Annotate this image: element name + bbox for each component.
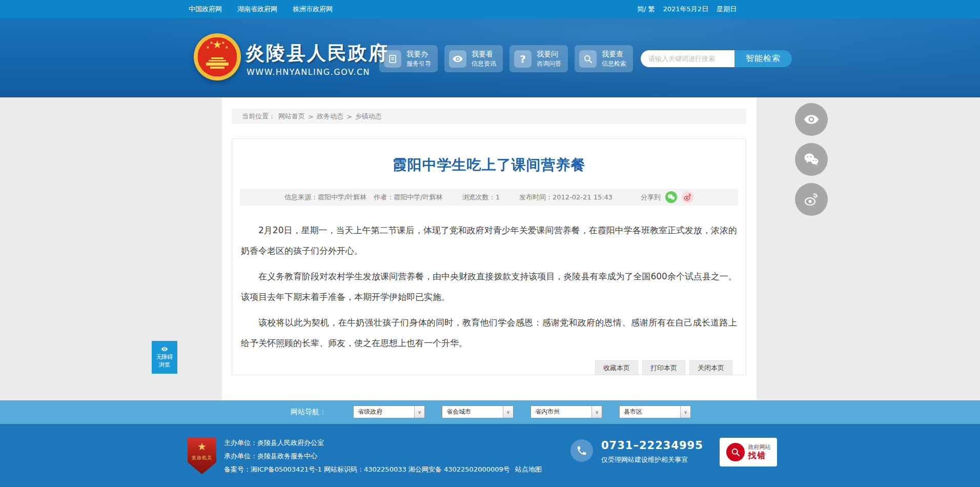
document-icon bbox=[384, 50, 401, 68]
article-body: 2月20日，星期一，当天上午第二节课后，体现了党和政府对青少年关爱课间营养餐，在… bbox=[241, 220, 737, 358]
topbar-link-zhuzhou-gov[interactable]: 株洲市政府网 bbox=[293, 5, 333, 14]
emblem-star: ★ bbox=[213, 39, 222, 50]
sitenav-select-prefectures[interactable]: 省内市州 ∨ bbox=[530, 405, 602, 418]
meta-source-value: 霞阳中学/叶辉林 bbox=[318, 193, 366, 202]
quick-button-subtitle: 信息检索 bbox=[602, 60, 626, 68]
close-page-button[interactable]: 关闭本页 bbox=[689, 360, 732, 375]
lang-switch[interactable]: 简/ 繁 bbox=[637, 5, 655, 14]
article-meta-bar: 信息来源：霞阳中学/叶辉林 作者：霞阳中学/叶辉林 浏览次数：1 发布时间：20… bbox=[240, 189, 738, 206]
quick-button-subtitle: 信息资讯 bbox=[472, 60, 496, 68]
footer-icp-line: 备案号：湘ICP备05003421号-1 网站标识码：4302250033 湘公… bbox=[224, 463, 542, 476]
meta-author-value: 霞阳中学/叶辉林 bbox=[394, 193, 442, 202]
footer: ★ 党政机关 主办单位：炎陵县人民政府办公室 承办单位：炎陵县政务服务中心 备案… bbox=[0, 424, 980, 487]
select-value: 省级政府 bbox=[358, 408, 382, 416]
quick-button-subtitle: 服务引导 bbox=[406, 60, 431, 68]
quick-button-service-guide[interactable]: 我要办 服务引导 bbox=[379, 45, 438, 72]
site-url: WWW.HNYANLING.GOV.CN bbox=[247, 67, 370, 77]
organizer-value: 炎陵县人民政府办公室 bbox=[257, 439, 324, 447]
phone-note: 仅受理网站建设维护相关事宜 bbox=[601, 455, 703, 464]
quick-button-title: 我要办 bbox=[406, 50, 431, 59]
question-icon: ? bbox=[514, 50, 532, 68]
article-title: 霞阳中学生吃上了课间营养餐 bbox=[232, 155, 746, 175]
icp-value: 湘ICP备05003421号-1 网站标识码：4302250033 湘公网安备 … bbox=[251, 465, 510, 473]
breadcrumb-separator: > bbox=[308, 113, 314, 120]
current-date: 2021年5月2日 bbox=[663, 5, 709, 14]
accessibility-label-line1: 无障碍 bbox=[156, 354, 173, 361]
article-paragraph: 2月20日，星期一，当天上午第二节课后，体现了党和政府对青少年关爱课间营养餐，在… bbox=[241, 220, 737, 261]
quick-button-consult[interactable]: ? 我要问 咨询问答 bbox=[509, 45, 568, 72]
article-actions: 收藏本页 打印本页 关闭本页 bbox=[595, 360, 732, 375]
breadcrumb-label: 当前位置： bbox=[242, 112, 275, 121]
badge-label: 党政机关 bbox=[192, 455, 212, 461]
website-error-report-badge[interactable]: 政府网站 找错 bbox=[720, 438, 777, 466]
topbar-right: 简/ 繁 2021年5月2日 星期日 bbox=[637, 0, 737, 18]
chevron-down-icon: ∨ bbox=[503, 406, 513, 418]
badge-star-icon: ★ bbox=[197, 441, 207, 452]
breadcrumb-separator: > bbox=[346, 113, 352, 120]
organizer-label: 主办单位： bbox=[224, 439, 257, 447]
undertaker-label: 承办单位： bbox=[224, 452, 257, 460]
national-emblem-logo: ★ ★ ★ ★ ★ bbox=[194, 33, 241, 80]
share-weibo-icon[interactable] bbox=[682, 191, 693, 203]
share-label: 分享到 bbox=[641, 193, 661, 202]
article-paragraph: 该校将以此为契机，在牛奶强壮孩子们身体的同时，教育他们学会感恩：感谢党和政府的恩… bbox=[241, 312, 737, 353]
meta-source-label: 信息来源： bbox=[284, 193, 318, 202]
topbar-link-china-gov[interactable]: 中国政府网 bbox=[189, 5, 222, 14]
quick-button-search-info[interactable]: 我要查 信息检索 bbox=[575, 45, 633, 72]
quick-button-information[interactable]: 我要看 信息资讯 bbox=[444, 45, 503, 72]
sitenav-select-provincial-gov[interactable]: 省级政府 ∨ bbox=[353, 405, 425, 418]
select-value: 省内市州 bbox=[535, 408, 560, 416]
breadcrumb-news-link[interactable]: 政务动态 bbox=[317, 112, 343, 121]
print-page-button[interactable]: 打印本页 bbox=[642, 360, 685, 375]
meta-views-value: 1 bbox=[496, 193, 500, 201]
wechat-icon[interactable] bbox=[795, 143, 828, 176]
weibo-icon[interactable] bbox=[795, 183, 828, 216]
footer-info: 主办单位：炎陵县人民政府办公室 承办单位：炎陵县政务服务中心 备案号：湘ICP备… bbox=[224, 436, 542, 476]
meta-time-label: 发布时间： bbox=[519, 193, 553, 202]
footer-organizer-line: 主办单位：炎陵县人民政府办公室 bbox=[224, 436, 542, 450]
search-input[interactable] bbox=[641, 50, 734, 67]
sitenav-select-counties[interactable]: 县市区 ∨ bbox=[619, 405, 691, 418]
accessibility-label-line2: 浏览 bbox=[159, 361, 170, 369]
topbar-links: 中国政府网 湖南省政府网 株洲市政府网 bbox=[189, 0, 333, 18]
quick-button-subtitle: 咨询问答 bbox=[537, 60, 561, 68]
topbar: 中国政府网 湖南省政府网 株洲市政府网 简/ 繁 2021年5月2日 星期日 bbox=[0, 0, 980, 18]
eye-icon[interactable] bbox=[795, 103, 828, 136]
chevron-down-icon: ∨ bbox=[414, 406, 424, 418]
eye-icon bbox=[160, 346, 169, 353]
chevron-down-icon: ∨ bbox=[591, 406, 602, 418]
emblem-gate bbox=[206, 57, 229, 70]
topbar-link-hunan-gov[interactable]: 湖南省政府网 bbox=[237, 5, 277, 14]
icp-label: 备案号： bbox=[224, 465, 251, 473]
footer-undertaker-line: 承办单位：炎陵县政务服务中心 bbox=[224, 450, 542, 463]
meta-views-label: 浏览次数： bbox=[462, 193, 496, 202]
error-report-magnifier-icon bbox=[726, 443, 745, 461]
floating-toolbar bbox=[795, 103, 828, 223]
sitenav-band: 网站导航： 省级政府 ∨ 省会城市 ∨ 省内市州 ∨ 县市区 ∨ bbox=[0, 400, 980, 424]
smart-search-button[interactable]: 智能检索 bbox=[734, 50, 792, 67]
breadcrumb-township-link[interactable]: 乡镇动态 bbox=[355, 112, 382, 121]
article-paragraph: 在义务教育阶段对农村学生发放课间营养餐，由中央财政直接拨款支持该项目，炎陵县有幸… bbox=[241, 266, 737, 307]
eye-icon bbox=[449, 50, 466, 68]
meta-time-value: 2012-02-21 15:43 bbox=[553, 193, 612, 201]
sitenav-label: 网站导航： bbox=[291, 400, 326, 424]
sitemap-link[interactable]: 站点地图 bbox=[515, 465, 542, 473]
accessibility-browse-button[interactable]: 无障碍 浏览 bbox=[152, 341, 177, 374]
chevron-down-icon: ∨ bbox=[680, 406, 690, 418]
select-value: 省会城市 bbox=[446, 408, 471, 416]
quick-button-title: 我要看 bbox=[472, 50, 496, 59]
site-header: ★ ★ ★ ★ ★ 炎陵县人民政府 WWW.HNYANLING.GOV.CN 我… bbox=[0, 18, 980, 97]
article-panel: 霞阳中学生吃上了课间营养餐 信息来源：霞阳中学/叶辉林 作者：霞阳中学/叶辉林 … bbox=[232, 138, 746, 375]
breadcrumb-home-link[interactable]: 网站首页 bbox=[278, 112, 305, 121]
site-title: 炎陵县人民政府 bbox=[246, 40, 389, 66]
current-weekday: 星期日 bbox=[717, 5, 737, 14]
quick-button-title: 我要问 bbox=[537, 50, 561, 59]
sitenav-select-capital-cities[interactable]: 省会城市 ∨ bbox=[442, 405, 514, 418]
favorite-page-button[interactable]: 收藏本页 bbox=[595, 360, 638, 375]
phone-icon bbox=[570, 439, 593, 462]
undertaker-value: 炎陵县政务服务中心 bbox=[257, 452, 317, 460]
phone-number: 0731–22234995 bbox=[601, 439, 703, 452]
share-wechat-icon[interactable] bbox=[665, 191, 677, 203]
breadcrumb: 当前位置： 网站首页 > 政务动态 > 乡镇动态 bbox=[232, 109, 746, 124]
search-bar: 智能检索 bbox=[641, 50, 792, 67]
